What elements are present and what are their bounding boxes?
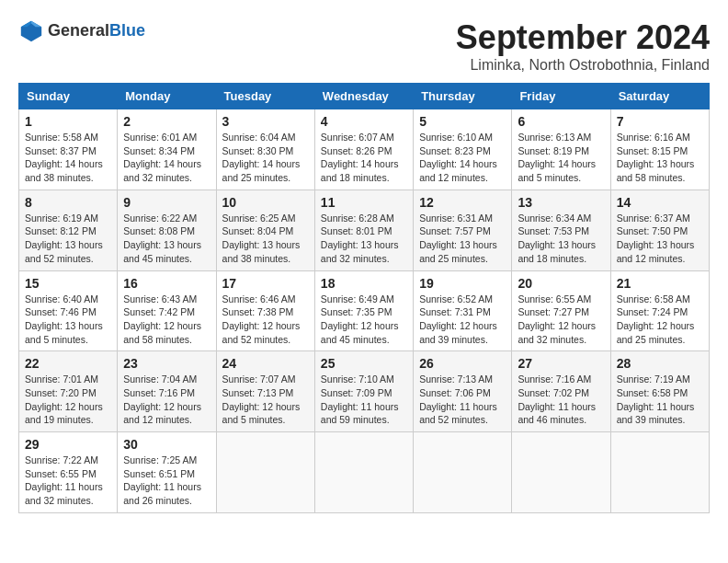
day-info: Sunrise: 6:16 AMSunset: 8:15 PMDaylight:… [617,131,703,185]
calendar-cell: 18Sunrise: 6:49 AMSunset: 7:35 PMDayligh… [314,270,413,351]
day-info: Sunrise: 6:43 AMSunset: 7:42 PMDaylight:… [123,293,210,347]
day-number: 5 [419,114,506,129]
day-info: Sunrise: 7:25 AMSunset: 6:51 PMDaylight:… [123,454,210,508]
weekday-header: Saturday [610,84,709,109]
day-number: 4 [321,114,407,129]
weekday-header: Thursday [414,84,512,109]
day-info: Sunrise: 6:52 AMSunset: 7:31 PMDaylight:… [419,293,506,347]
day-number: 3 [222,114,309,129]
calendar-cell: 24Sunrise: 7:07 AMSunset: 7:13 PMDayligh… [216,351,314,432]
day-info: Sunrise: 7:07 AMSunset: 7:13 PMDaylight:… [222,373,309,427]
day-info: Sunrise: 6:07 AMSunset: 8:26 PMDaylight:… [321,131,407,185]
day-number: 15 [25,276,111,291]
day-info: Sunrise: 6:10 AMSunset: 8:23 PMDaylight:… [419,131,506,185]
day-info: Sunrise: 6:58 AMSunset: 7:24 PMDaylight:… [617,293,703,347]
day-info: Sunrise: 6:19 AMSunset: 8:12 PMDaylight:… [25,212,111,266]
calendar-cell: 28Sunrise: 7:19 AMSunset: 6:58 PMDayligh… [610,351,709,432]
day-info: Sunrise: 6:46 AMSunset: 7:38 PMDaylight:… [222,293,309,347]
day-number: 8 [25,195,111,210]
calendar-cell: 29Sunrise: 7:22 AMSunset: 6:55 PMDayligh… [19,432,118,513]
day-info: Sunrise: 6:34 AMSunset: 7:53 PMDaylight:… [518,212,604,266]
calendar-cell [216,432,314,513]
day-number: 20 [518,276,604,291]
day-number: 25 [321,356,407,371]
weekday-header: Friday [512,84,610,109]
day-number: 11 [321,195,407,210]
day-number: 12 [419,195,506,210]
day-number: 22 [25,356,111,371]
day-info: Sunrise: 6:55 AMSunset: 7:27 PMDaylight:… [518,293,604,347]
day-number: 16 [123,276,210,291]
calendar-cell: 1Sunrise: 5:58 AMSunset: 8:37 PMDaylight… [19,109,118,190]
calendar-cell: 25Sunrise: 7:10 AMSunset: 7:09 PMDayligh… [314,351,413,432]
day-number: 24 [222,356,309,371]
day-number: 21 [617,276,703,291]
calendar-cell: 16Sunrise: 6:43 AMSunset: 7:42 PMDayligh… [118,270,216,351]
day-info: Sunrise: 6:25 AMSunset: 8:04 PMDaylight:… [222,212,309,266]
day-number: 13 [518,195,604,210]
day-info: Sunrise: 7:19 AMSunset: 6:58 PMDaylight:… [617,373,703,427]
day-number: 27 [518,356,604,371]
day-number: 30 [123,437,210,452]
calendar-cell: 21Sunrise: 6:58 AMSunset: 7:24 PMDayligh… [610,270,709,351]
svg-marker-0 [21,21,41,41]
day-number: 6 [518,114,604,129]
day-number: 10 [222,195,309,210]
day-number: 14 [617,195,703,210]
day-info: Sunrise: 6:40 AMSunset: 7:46 PMDaylight:… [25,293,111,347]
day-info: Sunrise: 7:01 AMSunset: 7:20 PMDaylight:… [25,373,111,427]
title-block: September 2024 Liminka, North Ostrobothn… [456,18,710,74]
calendar-week-row: 22Sunrise: 7:01 AMSunset: 7:20 PMDayligh… [19,351,710,432]
weekday-header-row: SundayMondayTuesdayWednesdayThursdayFrid… [19,84,710,109]
calendar-week-row: 8Sunrise: 6:19 AMSunset: 8:12 PMDaylight… [19,190,710,270]
day-number: 19 [419,276,506,291]
calendar-cell: 15Sunrise: 6:40 AMSunset: 7:46 PMDayligh… [19,270,118,351]
calendar-week-row: 15Sunrise: 6:40 AMSunset: 7:46 PMDayligh… [19,270,710,351]
day-info: Sunrise: 6:13 AMSunset: 8:19 PMDaylight:… [518,131,604,185]
calendar-cell: 10Sunrise: 6:25 AMSunset: 8:04 PMDayligh… [216,190,314,270]
logo-icon [18,18,44,44]
calendar-cell [512,432,610,513]
day-info: Sunrise: 7:04 AMSunset: 7:16 PMDaylight:… [123,373,210,427]
logo-blue: Blue [109,22,145,40]
day-number: 26 [419,356,506,371]
day-number: 29 [25,437,111,452]
logo: GeneralBlue [18,18,145,44]
calendar-cell [414,432,512,513]
day-info: Sunrise: 7:13 AMSunset: 7:06 PMDaylight:… [419,373,506,427]
calendar-cell: 19Sunrise: 6:52 AMSunset: 7:31 PMDayligh… [414,270,512,351]
page-header: GeneralBlue September 2024 Liminka, Nort… [18,18,710,74]
calendar-week-row: 29Sunrise: 7:22 AMSunset: 6:55 PMDayligh… [19,432,710,513]
calendar-cell: 9Sunrise: 6:22 AMSunset: 8:08 PMDaylight… [118,190,216,270]
calendar-cell [314,432,413,513]
day-info: Sunrise: 5:58 AMSunset: 8:37 PMDaylight:… [25,131,111,185]
calendar-cell: 4Sunrise: 6:07 AMSunset: 8:26 PMDaylight… [314,109,413,190]
calendar-cell: 2Sunrise: 6:01 AMSunset: 8:34 PMDaylight… [118,109,216,190]
day-number: 28 [617,356,703,371]
day-number: 2 [123,114,210,129]
month-title: September 2024 [456,18,710,57]
day-info: Sunrise: 7:16 AMSunset: 7:02 PMDaylight:… [518,373,604,427]
day-info: Sunrise: 6:31 AMSunset: 7:57 PMDaylight:… [419,212,506,266]
logo-text: GeneralBlue [48,22,145,40]
location: Liminka, North Ostrobothnia, Finland [456,57,710,74]
calendar-cell: 23Sunrise: 7:04 AMSunset: 7:16 PMDayligh… [118,351,216,432]
day-info: Sunrise: 6:22 AMSunset: 8:08 PMDaylight:… [123,212,210,266]
day-number: 9 [123,195,210,210]
calendar-cell: 26Sunrise: 7:13 AMSunset: 7:06 PMDayligh… [414,351,512,432]
day-info: Sunrise: 7:22 AMSunset: 6:55 PMDaylight:… [25,454,111,508]
weekday-header: Monday [118,84,216,109]
calendar-cell: 22Sunrise: 7:01 AMSunset: 7:20 PMDayligh… [19,351,118,432]
day-number: 23 [123,356,210,371]
calendar-cell: 7Sunrise: 6:16 AMSunset: 8:15 PMDaylight… [610,109,709,190]
day-info: Sunrise: 6:04 AMSunset: 8:30 PMDaylight:… [222,131,309,185]
weekday-header: Sunday [19,84,118,109]
calendar-cell: 11Sunrise: 6:28 AMSunset: 8:01 PMDayligh… [314,190,413,270]
calendar-cell: 20Sunrise: 6:55 AMSunset: 7:27 PMDayligh… [512,270,610,351]
calendar-cell [610,432,709,513]
weekday-header: Tuesday [216,84,314,109]
day-info: Sunrise: 6:49 AMSunset: 7:35 PMDaylight:… [321,293,407,347]
day-info: Sunrise: 6:37 AMSunset: 7:50 PMDaylight:… [617,212,703,266]
day-info: Sunrise: 6:01 AMSunset: 8:34 PMDaylight:… [123,131,210,185]
calendar-table: SundayMondayTuesdayWednesdayThursdayFrid… [18,83,710,513]
